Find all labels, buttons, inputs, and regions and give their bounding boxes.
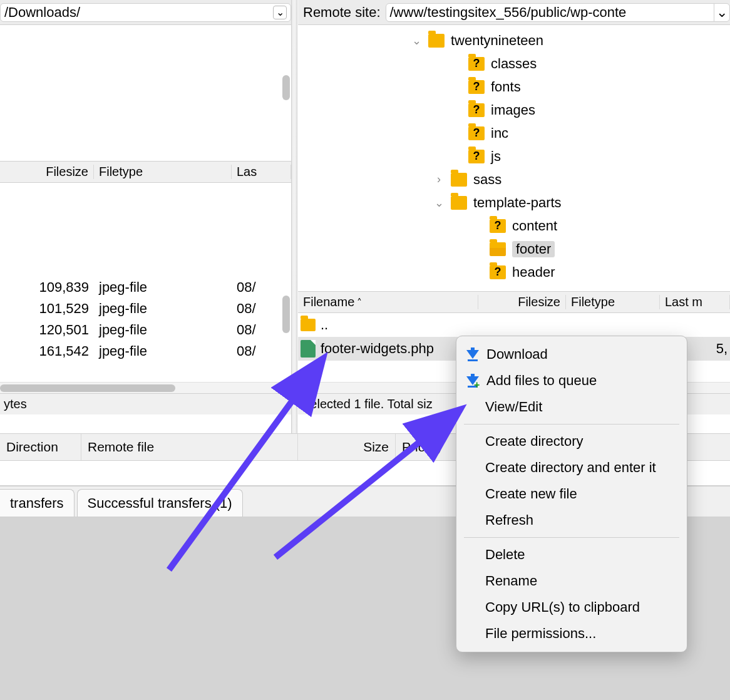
sort-asc-icon: ˄ [357,297,362,308]
local-path-text: /Downloads/ [4,4,80,21]
menu-separator [464,424,679,425]
queue-add-icon: + [466,374,479,388]
download-icon [466,347,479,361]
remote-path-text: /www/testingsitex_556/public/wp-conte [390,4,627,21]
file-row[interactable]: 101,529 jpeg-file 08/ [0,298,291,319]
tree-node-inc[interactable]: inc [298,121,730,145]
folder-open-icon [490,242,506,256]
col-remote-file[interactable]: Remote file [81,434,298,460]
local-status-bar: ytes [0,393,291,414]
ctx-create-directory-enter[interactable]: Create directory and enter it [456,455,687,481]
php-file-icon [301,340,316,358]
ctx-view-edit[interactable]: View/Edit [456,394,687,420]
ctx-download[interactable]: Download [456,341,687,368]
tree-node-fonts[interactable]: fonts [298,75,730,98]
col-direction[interactable]: Direction [0,434,81,460]
parent-dir-row[interactable]: .. [298,313,730,337]
collapse-icon[interactable]: ⌄ [411,34,422,48]
ctx-refresh[interactable]: Refresh [456,507,687,533]
folder-icon [301,319,316,331]
local-path-input[interactable]: /Downloads/ ⌄ [0,3,291,22]
remote-tree-pane[interactable]: ⌄ twentynineteen classes fonts images in… [298,25,730,292]
scrollbar-thumb[interactable] [0,384,175,392]
ctx-file-permissions[interactable]: File permissions... [456,620,687,647]
col-filetype[interactable]: Filetype [566,295,660,309]
file-row[interactable]: 109,839 jpeg-file 08/ [0,277,291,298]
context-menu: Download + Add files to queue View/Edit … [456,336,687,652]
tree-node-images[interactable]: images [298,98,730,121]
col-filesize[interactable]: Filesize [0,165,94,179]
ctx-delete[interactable]: Delete [456,542,687,568]
remote-list-header: Filename˄ Filesize Filetype Last m [298,292,730,313]
file-row[interactable]: 161,542 jpeg-file 08/ [0,341,291,362]
ctx-rename[interactable]: Rename [456,568,687,594]
unknown-folder-icon [468,57,485,71]
folder-icon [428,34,445,48]
chevron-down-icon[interactable]: ⌄ [714,3,730,22]
col-filesize[interactable]: Filesize [478,295,566,309]
chevron-down-icon[interactable]: ⌄ [273,6,287,19]
tab-failed-transfers[interactable]: transfers [0,489,75,517]
tree-node-js[interactable]: js [298,145,730,168]
tree-node-template-parts[interactable]: ⌄template-parts [298,191,730,214]
menu-separator [464,537,679,538]
expand-icon[interactable]: › [433,173,445,186]
tree-node-footer[interactable]: footer [298,237,730,260]
local-list-header: Filesize Filetype Las [0,162,291,183]
panel-divider[interactable] [291,0,297,488]
collapse-icon[interactable]: ⌄ [433,196,445,210]
scrollbar-thumb[interactable] [282,75,290,100]
col-lastmod[interactable]: Last m [660,295,730,309]
local-path-bar: /Downloads/ ⌄ [0,0,291,25]
tree-node-content[interactable]: content [298,214,730,237]
ctx-create-new-file[interactable]: Create new file [456,481,687,507]
remote-path-bar: Remote site: /www/testingsitex_556/publi… [298,0,730,25]
tab-successful-transfers[interactable]: Successful transfers (1) [77,489,243,517]
tree-node-twentynineteen[interactable]: ⌄ twentynineteen [298,29,730,52]
local-hscroll[interactable] [0,382,291,393]
col-filetype[interactable]: Filetype [94,165,232,179]
file-row[interactable]: 120,501 jpeg-file 08/ [0,319,291,341]
remote-path-input[interactable]: /www/testingsitex_556/public/wp-conte [386,3,715,22]
col-lastmod[interactable]: Las [232,165,291,179]
local-file-list[interactable]: 109,839 jpeg-file 08/ 101,529 jpeg-file … [0,183,291,382]
ctx-create-directory[interactable]: Create directory [456,428,687,455]
ctx-copy-url[interactable]: Copy URL(s) to clipboard [456,594,687,620]
col-size[interactable]: Size [298,434,396,460]
tree-node-header[interactable]: header [298,260,730,284]
local-tree-pane[interactable] [0,25,291,162]
scrollbar-thumb[interactable] [282,296,290,333]
tree-node-sass[interactable]: ›sass [298,168,730,191]
unknown-folder-icon [468,80,485,94]
unknown-folder-icon [468,150,485,163]
unknown-folder-icon [468,126,485,140]
folder-icon [451,196,467,210]
unknown-folder-icon [468,103,485,117]
col-filename[interactable]: Filename˄ [298,295,478,309]
tree-node-classes[interactable]: classes [298,52,730,75]
unknown-folder-icon [490,219,506,233]
ctx-add-to-queue[interactable]: + Add files to queue [456,368,687,394]
remote-site-label: Remote site: [298,4,386,21]
folder-icon [451,173,467,187]
unknown-folder-icon [490,265,506,279]
